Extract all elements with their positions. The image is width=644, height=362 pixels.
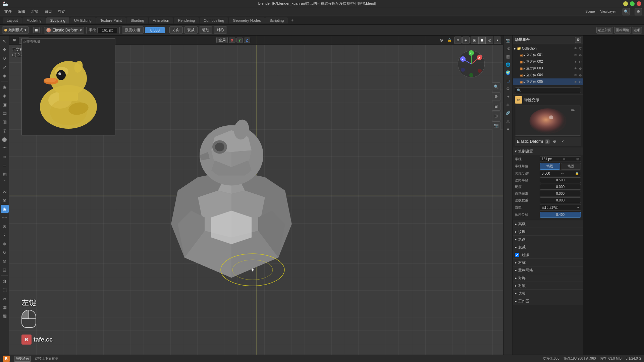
constraints-props-icon[interactable]: 🔗 [504,109,512,117]
object-mode-button[interactable]: ◼ [33,27,40,33]
normal-radius-value[interactable]: 0.500 [540,177,581,183]
navigation-gizmo[interactable]: X Y Z [456,49,486,79]
cube1-camera-icon[interactable]: ⊙ [579,53,582,57]
clay-strips-tool[interactable]: ▤ [1,109,9,117]
menu-render[interactable]: 渲染 [29,8,41,15]
tab-rendering[interactable]: Rendering [174,17,199,23]
tree-item-cube3[interactable]: ▣ ▸ 立方体.003 👁 ⊙ [513,65,583,72]
filter-button[interactable]: ⚙ [635,8,642,15]
strength-edit-icon[interactable]: ✏ [561,172,564,175]
tab-shading[interactable]: Shading [126,17,148,23]
mode-chevron-icon[interactable]: ▾ [577,206,579,209]
remesh-header[interactable]: ▸ 重构网格 [513,266,583,274]
cube2-eye[interactable]: 👁 [574,60,577,64]
rotate-brush-tool[interactable]: ↻ [1,248,9,256]
modifier-props-icon[interactable]: ⚙ [504,85,512,93]
cube3-camera-icon[interactable]: ⊙ [579,67,582,70]
view-layer-props-icon[interactable]: ▦ [504,53,512,60]
thumb-tool[interactable]: ⊙ [1,222,9,230]
stroke-btn[interactable]: 笔划 [199,26,212,34]
menu-file[interactable]: 文件 [2,8,14,15]
transform-tool[interactable]: ⊕ [1,72,9,80]
symmetry-header[interactable]: ▸ 对称 [513,274,583,282]
move-tool[interactable]: ✥ [1,46,9,54]
stroke-header[interactable]: ▸ 笔画 [513,236,583,243]
smooth-tool[interactable]: ≈ [1,153,9,161]
scrape-tool[interactable]: ⌒ [1,179,9,187]
radius-edit-icon[interactable]: ✏ [563,157,566,161]
global-indicator[interactable]: 全局 [216,37,228,43]
tab-modeling[interactable]: Modeling [22,17,46,23]
tab-texture-paint[interactable]: Texture Paint [96,17,126,23]
remesh-btn[interactable]: 重构网格 [614,27,631,34]
cube5-camera-icon[interactable]: ⊙ [579,80,582,84]
normal-weight-value[interactable]: 0.000 [540,197,581,203]
direction-btn[interactable]: 方向 [169,26,183,34]
mode-value[interactable]: 三比比弹起 ▾ [540,204,581,211]
radius-value[interactable]: 161 px [97,27,117,33]
brush-selector[interactable]: Elastic Deform ▾ [44,27,84,34]
blob-tool[interactable]: ⬤ [1,135,9,143]
strength-lock-icon[interactable]: 🔒 [575,172,579,175]
slide-relax-tool[interactable]: ⊜ [1,257,9,265]
axis-y-btn[interactable]: Y [236,38,243,43]
remesh2-header[interactable]: ▸ 选项 [513,290,583,297]
hardness-value[interactable]: 0.000 [540,184,581,190]
particles-props-icon[interactable]: ✦ [504,93,512,101]
fill-tool[interactable]: ▨ [1,170,9,178]
mask-tool[interactable]: ◑ [1,277,9,285]
render-props-icon[interactable]: 📷 [504,37,512,44]
scale-tool[interactable]: ⤢ [1,63,9,71]
material-shading[interactable]: ◎ [486,37,493,44]
tree-item-cube5[interactable]: ▣ ▸ 立方体.005 👁 ⊙ [513,78,583,85]
world-props-icon[interactable]: 🌍 [504,69,512,76]
boundary-tool[interactable]: ⊟ [1,266,9,274]
draw-sharp-tool[interactable]: ◈ [1,92,9,100]
texture-header[interactable]: ▸ 纹理 [513,228,583,235]
menu-edit[interactable]: 编辑 [15,8,28,15]
collection-root[interactable]: ▸ 📁 Collection 👁 ▽ [513,45,583,52]
strength-prop-value[interactable]: 0.500 ✏ 🔒 [540,171,581,176]
axis-x-btn[interactable]: X [229,38,235,43]
multires-icon[interactable]: ▦ [1,303,9,311]
minimize-button[interactable] [623,1,628,6]
collection-restrict-icon[interactable]: ▽ [579,47,582,50]
add-workspace-button[interactable]: + [288,17,296,24]
material-props-icon[interactable]: ● [504,125,512,133]
radius-scene-btn[interactable]: 场景 [540,163,560,170]
nudge-tool[interactable]: ⊛ [1,240,9,248]
maximize-button[interactable] [630,1,635,6]
proportional-edit-btn[interactable]: ⊙ [438,37,445,43]
clay-tool[interactable]: ▣ [1,100,9,108]
symmetry-btn[interactable]: 对称 [214,26,227,34]
falloff-btn[interactable]: 衰减 [184,26,198,34]
tab-geometry-nodes[interactable]: Geometry Nodes [229,17,265,23]
snake-hook-tool[interactable]: 〰 [1,214,9,222]
brush-close-icon[interactable]: × [560,138,566,144]
render-shading[interactable]: ● [494,37,501,44]
object-data-props-icon[interactable]: △ [504,117,512,125]
radius-prop-value[interactable]: 161 px ✏ ⊞ [540,156,581,162]
cube4-camera-icon[interactable]: ⊙ [579,73,582,77]
advanced-header[interactable]: ▸ 高级 [513,220,583,228]
close-button[interactable] [637,1,641,6]
multiplane-scrape-tool[interactable]: ⋈ [1,187,9,195]
radius-expand-icon[interactable]: ⊞ [576,157,579,161]
filter-checkbox[interactable] [515,253,519,257]
brush-settings-header[interactable]: ▾ 笔刷设置 [513,147,583,155]
zoom-in-btn[interactable]: 🔍 [492,82,500,91]
elastic-deform-tool[interactable]: ◉ [1,205,9,213]
layer-tool[interactable]: ▥ [1,118,9,126]
rotate-tool[interactable]: ↺ [1,54,9,62]
options-btn[interactable]: 选项 [632,27,642,34]
collection-eye-icon[interactable]: 👁 [574,47,577,50]
dynamic-topology-header[interactable]: ▸ 对称 [513,259,583,266]
xray-btn[interactable]: ◈ [462,37,470,44]
filter-outliner-btn[interactable]: ⚙ [575,37,581,43]
cube4-eye[interactable]: 👁 [574,73,577,77]
tab-compositing[interactable]: Compositing [200,17,228,23]
wireframe-shading[interactable]: ▣ [471,37,478,44]
crease-tool[interactable]: 〜 [1,144,9,152]
overlay-btn[interactable]: ⊚ [454,37,462,44]
physics-props-icon[interactable]: ⚛ [504,101,512,109]
